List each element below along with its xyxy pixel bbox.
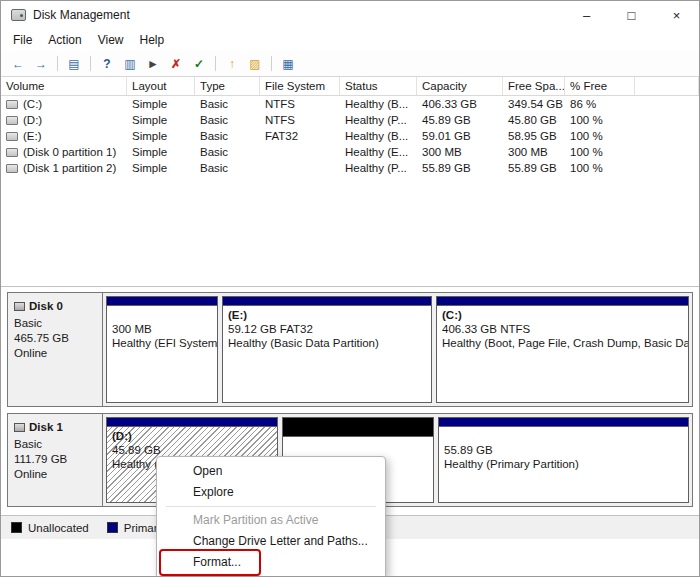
disk-0-row: Disk 0 Basic 465.75 GB Online 300 MB Hea…	[7, 292, 693, 407]
action-arrow-icon[interactable]: ►	[144, 55, 162, 73]
context-menu-mark-partition-active: Mark Partition as Active	[157, 510, 385, 531]
folder-icon[interactable]: ▨	[246, 55, 264, 73]
delete-volume-icon[interactable]: ✗	[167, 55, 185, 73]
layout-cell: Simple	[127, 128, 195, 144]
type-cell: Basic	[195, 160, 260, 176]
table-row-disk1-part2[interactable]: (Disk 1 partition 2) Simple Basic Health…	[1, 160, 699, 176]
partition-size: 45.89 GB	[112, 443, 272, 457]
column-header-layout[interactable]: Layout	[127, 77, 195, 95]
primary-partition-swatch	[107, 522, 118, 533]
layout-cell: Simple	[127, 144, 195, 160]
console-tree-icon[interactable]: ▤	[65, 55, 83, 73]
partition-e[interactable]: (E:) 59.12 GB FAT32 Healthy (Basic Data …	[222, 296, 432, 403]
context-menu-change-drive-letter[interactable]: Change Drive Letter and Paths...	[157, 531, 385, 552]
window-controls: – □ ×	[564, 1, 699, 29]
unallocated-strip	[283, 418, 433, 437]
disk-status: Online	[14, 346, 96, 361]
disk-size: 111.79 GB	[14, 452, 96, 467]
column-header-filler	[635, 77, 699, 95]
menubar: File Action View Help	[1, 29, 699, 51]
capacity-cell: 55.89 GB	[417, 160, 503, 176]
volume-icon	[6, 148, 18, 157]
column-header-type[interactable]: Type	[195, 77, 260, 95]
free-space-cell: 55.89 GB	[503, 160, 565, 176]
mark-active-icon[interactable]: ✓	[190, 55, 208, 73]
capacity-cell: 59.01 GB	[417, 128, 503, 144]
filesystem-cell: NTFS	[260, 112, 340, 128]
filler-cell	[635, 96, 699, 112]
volume-icon	[6, 164, 18, 173]
disk-1-label[interactable]: Disk 1 Basic 111.79 GB Online	[8, 414, 103, 506]
column-header-capacity[interactable]: Capacity	[417, 77, 503, 95]
legend-unallocated: Unallocated	[11, 522, 89, 534]
status-cell: Healthy (B...	[340, 96, 417, 112]
table-row-disk0-part1[interactable]: (Disk 0 partition 1) Simple Basic Health…	[1, 144, 699, 160]
menu-file[interactable]: File	[5, 31, 40, 49]
legend-label: Unallocated	[28, 522, 89, 534]
status-cell: Healthy (B...	[340, 128, 417, 144]
toolbar-separator	[57, 56, 58, 71]
minimize-button[interactable]: –	[564, 1, 609, 29]
back-icon[interactable]: ←	[9, 55, 27, 73]
column-header-volume[interactable]: Volume	[1, 77, 127, 95]
table-row-d[interactable]: (D:) Simple Basic NTFS Healthy (P... 45.…	[1, 112, 699, 128]
partition-size: 406.33 GB NTFS	[442, 322, 683, 336]
partition-status: Healthy (Boot, Page File, Crash Dump, Ba…	[442, 336, 683, 350]
app-icon	[11, 9, 26, 21]
column-header-status[interactable]: Status	[340, 77, 417, 95]
volume-icon	[6, 100, 18, 109]
capacity-cell: 300 MB	[417, 144, 503, 160]
volume-name-cell: (D:)	[1, 112, 127, 128]
filler-cell	[635, 144, 699, 160]
menu-separator	[166, 506, 376, 507]
pct-free-cell: 100 %	[565, 144, 635, 160]
volume-name-cell: (Disk 0 partition 1)	[1, 144, 127, 160]
partition-letter	[112, 308, 212, 322]
primary-partition-strip	[107, 418, 277, 427]
context-menu-explore[interactable]: Explore	[157, 482, 385, 503]
titlebar: Disk Management – □ ×	[1, 1, 699, 29]
menu-view[interactable]: View	[90, 31, 132, 49]
table-row-e[interactable]: (E:) Simple Basic FAT32 Healthy (B... 59…	[1, 128, 699, 144]
filler-cell	[635, 160, 699, 176]
help-icon[interactable]: ?	[98, 55, 116, 73]
partition-size: 55.89 GB	[444, 443, 683, 457]
partition-letter: (E:)	[228, 308, 426, 322]
column-header-filesystem[interactable]: File System	[260, 77, 340, 95]
column-header-pctfree[interactable]: % Free	[565, 77, 635, 95]
type-cell: Basic	[195, 112, 260, 128]
context-menu-format[interactable]: Format...	[157, 552, 385, 573]
partition-letter: (C:)	[442, 308, 683, 322]
layout-cell: Simple	[127, 112, 195, 128]
close-button[interactable]: ×	[654, 1, 699, 29]
disk-0-label[interactable]: Disk 0 Basic 465.75 GB Online	[8, 293, 103, 406]
folder-up-icon[interactable]: ↑	[223, 55, 241, 73]
pct-free-cell: 100 %	[565, 160, 635, 176]
column-header-freespace[interactable]: Free Spa...	[503, 77, 565, 95]
volume-list-header: Volume Layout Type File System Status Ca…	[1, 77, 699, 96]
disk-size: 465.75 GB	[14, 331, 96, 346]
primary-partition-strip	[107, 297, 217, 306]
menu-help[interactable]: Help	[132, 31, 173, 49]
capacity-cell: 406.33 GB	[417, 96, 503, 112]
partition-size: 300 MB	[112, 322, 212, 336]
disk-0-partitions: 300 MB Healthy (EFI System (E:) 59.12 GB…	[103, 293, 692, 406]
partition-disk1-part2[interactable]: 55.89 GB Healthy (Primary Partition)	[438, 417, 689, 503]
unallocated-swatch	[11, 522, 22, 533]
partition-efi[interactable]: 300 MB Healthy (EFI System	[106, 296, 218, 403]
layout-cell: Simple	[127, 160, 195, 176]
menu-action[interactable]: Action	[40, 31, 89, 49]
toolbar: ← → ▤ ? ▥ ► ✗ ✓ ↑ ▨ ▦	[1, 51, 699, 77]
pct-free-cell: 86 %	[565, 96, 635, 112]
panel-icon[interactable]: ▥	[121, 55, 139, 73]
view-grid-icon[interactable]: ▦	[279, 55, 297, 73]
table-row-c[interactable]: (C:) Simple Basic NTFS Healthy (B... 406…	[1, 96, 699, 112]
forward-icon[interactable]: →	[32, 55, 50, 73]
partition-c[interactable]: (C:) 406.33 GB NTFS Healthy (Boot, Page …	[436, 296, 689, 403]
toolbar-separator	[215, 56, 216, 71]
disk-icon	[14, 302, 25, 311]
capacity-cell: 45.89 GB	[417, 112, 503, 128]
context-menu-open[interactable]: Open	[157, 461, 385, 482]
layout-cell: Simple	[127, 96, 195, 112]
maximize-button[interactable]: □	[609, 1, 654, 29]
